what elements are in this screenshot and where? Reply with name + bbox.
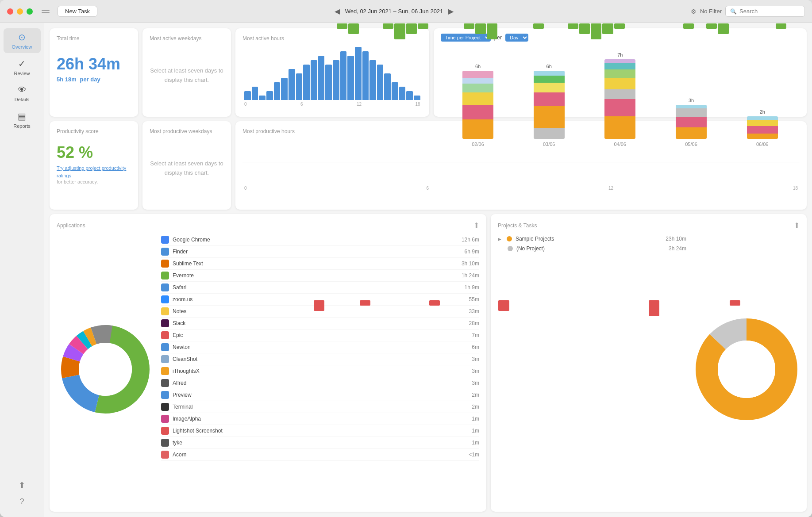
productivity-card: Productivity score 52 % Try adjusting pr…	[50, 121, 138, 210]
mid-row: Productivity score 52 % Try adjusting pr…	[50, 121, 807, 210]
list-item[interactable]: Newton6m	[161, 341, 479, 353]
list-item[interactable]: Lightshot Screenshot1m	[161, 425, 479, 437]
search-icon: 🔍	[730, 8, 737, 15]
app-window: New Task ◀ Wed, 02 Jun 2021 – Sun, 06 Ju…	[0, 0, 812, 517]
main-layout: ⊙ Overview ✓ Review 👁 Details ▤ Reports …	[0, 23, 812, 517]
list-item[interactable]: Slack28m	[161, 318, 479, 329]
projects-export-button[interactable]: ⬆	[794, 221, 800, 230]
list-item[interactable]: Preview2m	[161, 389, 479, 401]
total-time-title: Total time	[57, 35, 131, 42]
svg-point-8	[79, 343, 132, 396]
most-active-weekdays-title: Most active weekdays	[150, 35, 224, 42]
review-icon: ✓	[18, 58, 26, 69]
new-task-button[interactable]: New Task	[58, 6, 97, 17]
details-icon: 👁	[18, 85, 27, 95]
close-button[interactable]	[7, 8, 13, 15]
most-productive-weekdays-message: Select at least seven days to display th…	[150, 140, 224, 197]
applications-donut-chart	[57, 234, 154, 505]
sidebar-label-reports: Reports	[13, 123, 31, 129]
list-item[interactable]: ImageAlpha1m	[161, 413, 479, 425]
sidebar-label-details: Details	[15, 97, 30, 102]
prev-arrow-button[interactable]: ◀	[331, 5, 343, 17]
productivity-sub: for better accuracy.	[57, 179, 131, 184]
per-day-value: 5h 18m	[57, 76, 77, 83]
most-productive-weekdays-title: Most productive weekdays	[150, 128, 224, 134]
list-item[interactable]: Acorn<1m	[161, 449, 479, 461]
productivity-link[interactable]: Try adjusting project productivity ratin…	[57, 165, 131, 179]
sidebar-item-overview[interactable]: ⊙ Overview	[4, 28, 41, 53]
sidebar-toggle-button[interactable]	[42, 6, 52, 17]
date-range: Wed, 02 Jun 2021 – Sun, 06 Jun 2021	[345, 8, 443, 15]
most-active-weekdays-card: Most active weekdays Select at least sev…	[142, 28, 231, 117]
filter-label: No Filter	[700, 8, 722, 15]
total-time-value: 26h 34m	[57, 55, 131, 73]
sidebar-item-reports[interactable]: ▤ Reports	[4, 107, 41, 132]
reports-icon: ▤	[18, 111, 26, 122]
content-area: Total time 26h 34m 5h 18m per day Most a…	[44, 23, 812, 517]
help-button[interactable]: ?	[19, 497, 24, 506]
productivity-value: 52 %	[57, 143, 131, 162]
sidebar-label-overview: Overview	[12, 44, 32, 50]
filter-section: ⚙ No Filter 🔍	[691, 6, 805, 17]
sidebar-bottom: ⬆ ?	[19, 480, 25, 512]
traffic-lights	[7, 8, 33, 15]
sidebar: ⊙ Overview ✓ Review 👁 Details ▤ Reports …	[0, 23, 44, 517]
search-input[interactable]	[739, 8, 800, 15]
list-item[interactable]: CleanShot3m	[161, 353, 479, 365]
next-arrow-button[interactable]: ▶	[445, 5, 457, 17]
sidebar-item-details[interactable]: 👁 Details	[4, 81, 41, 106]
overview-icon: ⊙	[18, 32, 26, 42]
minimize-button[interactable]	[17, 8, 23, 15]
svg-point-11	[718, 341, 775, 398]
titlebar: New Task ◀ Wed, 02 Jun 2021 – Sun, 06 Ju…	[0, 0, 812, 23]
productivity-title: Productivity score	[57, 128, 131, 134]
list-item[interactable]: Epic7m	[161, 329, 479, 341]
applications-title: Applications	[57, 222, 85, 229]
maximize-button[interactable]	[27, 8, 33, 15]
productive-hours-bars	[242, 140, 800, 184]
export-button[interactable]: ⬆	[19, 480, 25, 490]
per-day-suffix: per day	[80, 76, 100, 83]
sidebar-item-review[interactable]: ✓ Review	[4, 55, 41, 80]
nav-arrows: ◀ Wed, 02 Jun 2021 – Sun, 06 Jun 2021 ▶	[331, 5, 458, 17]
list-item[interactable]: tyke1m	[161, 437, 479, 449]
list-item[interactable]: iThoughtsX3m	[161, 365, 479, 377]
list-item[interactable]: Terminal2m	[161, 401, 479, 413]
total-time-per-day: 5h 18m per day	[57, 76, 131, 83]
most-productive-weekdays-card: Most productive weekdays Select at least…	[142, 121, 231, 210]
total-time-card: Total time 26h 34m 5h 18m per day	[50, 28, 138, 117]
filter-icon: ⚙	[691, 8, 697, 15]
search-box[interactable]: 🔍	[725, 6, 805, 17]
most-active-weekdays-message: Select at least seven days to display th…	[150, 47, 224, 104]
sidebar-label-review: Review	[14, 71, 30, 76]
list-item[interactable]: Alfred3m	[161, 377, 479, 389]
